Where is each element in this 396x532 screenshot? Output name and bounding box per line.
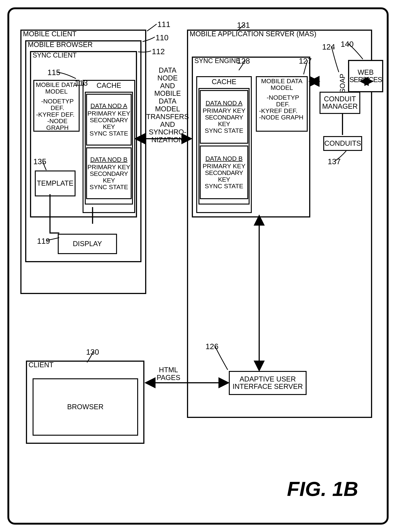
client-cache-label: CACHE (96, 82, 121, 90)
mas-label: MOBILE APPLICATION SERVER (MAS) (190, 30, 316, 38)
sync-connection-label: DATA NODE AND MOBILE DATA MODEL TRANSFER… (148, 67, 187, 144)
mas-mdm-box: MOBILE DATA MODEL -NODETYP DEF. -KYREF D… (256, 76, 308, 132)
client-mdm-box: MOBILE DATA MODEL -NODETYP DEF. -KYREF D… (33, 80, 80, 132)
sync-l3: DATA MODEL (148, 97, 187, 113)
mas-node-b-l3: SYNC STATE (205, 183, 243, 190)
web-l1: WEB (358, 69, 374, 76)
aui-server-box: ADAPTIVE USER INTERFACE SERVER (229, 371, 307, 395)
mas-node-a-t: DATA NOD A (205, 100, 242, 107)
aui-l2: INTERFACE SERVER (233, 383, 303, 390)
figure-title: FIG. 1B (287, 477, 358, 501)
html-connection-label: HTML PAGES (156, 366, 181, 382)
ref-111: 111 (157, 20, 170, 29)
sync-l4: TRANSFERS (146, 113, 189, 121)
mobile-client-label: MOBILE CLIENT (23, 30, 76, 38)
client-node-a: DATA NOD A PRIMARY KEY SECONDARY KEY SYN… (86, 94, 132, 146)
ref-112: 112 (152, 47, 165, 56)
sync-client-label: SYNC CLIENT (33, 51, 77, 59)
mas-node-b-l2: SECONDARY KEY (201, 170, 247, 183)
ref-135: 135 (33, 157, 46, 166)
ref-130: 130 (86, 348, 99, 357)
mas-node-a: DATA NOD A PRIMARY KEY SECONDARY KEY SYN… (200, 90, 248, 144)
aui-l1: ADAPTIVE USER (239, 376, 296, 383)
display-label: DISPLAY (73, 240, 102, 248)
ref-140: 140 (341, 40, 354, 49)
ref-110: 110 (156, 33, 169, 42)
conduit-mgr-l1: CONDUIT (324, 96, 356, 103)
client-mdm-title1: MOBILE DATA (36, 82, 77, 88)
mas-node-a-l2: SECONDARY KEY (201, 114, 247, 127)
client-cache-box: CACHE DATA NOD A PRIMARY KEY SECONDARY K… (82, 80, 135, 213)
conduits-label: CONDUITS (324, 140, 361, 147)
mas-node-b-l1: PRIMARY KEY (203, 163, 245, 170)
client-node-b-l1: PRIMARY KEY (87, 164, 130, 170)
client-box: CLIENT BROWSER (26, 361, 144, 444)
sync-l7: NIZATION (151, 136, 184, 144)
conduit-manager-box: CONDUIT MANAGER (320, 92, 360, 114)
mas-mdm-l1: -NODETYP DEF. (259, 94, 307, 108)
html-l2: PAGES (157, 374, 180, 382)
sync-engine-box: SYNC ENGINE CACHE DATA NOD A PRIMARY KEY… (192, 57, 310, 217)
client-node-b-l3: SYNC STATE (90, 184, 128, 191)
ref-119: 119 (37, 237, 50, 246)
web-l2: SERVICES (349, 76, 382, 84)
mas-cache-label: CACHE (212, 78, 236, 86)
client-node-b-l2: SECONDARY KEY (87, 170, 130, 184)
ref-137: 137 (328, 157, 341, 166)
ref-113: 113 (75, 79, 88, 87)
mas-node-a-l3: SYNC STATE (205, 127, 243, 134)
conduit-mgr-l2: MANAGER (322, 103, 358, 110)
conduits-box: CONDUITS (323, 136, 362, 151)
ref-124: 124 (322, 43, 335, 51)
mas-cache-inner: DATA NOD A PRIMARY KEY SECONDARY KEY SYN… (198, 88, 250, 204)
sync-engine-label: SYNC ENGINE (194, 57, 240, 65)
diagram-canvas: MOBILE CLIENT MOBILE BROWSER SYNC CLIENT… (7, 7, 389, 525)
display-box: DISPLAY (58, 234, 117, 254)
mas-node-a-l1: PRIMARY KEY (203, 108, 245, 114)
ref-115: 115 (47, 68, 60, 77)
sync-l5: AND (160, 121, 175, 129)
client-cache-inner: DATA NOD A PRIMARY KEY SECONDARY KEY SYN… (85, 92, 133, 204)
sync-l6: SYNCHRO- (149, 128, 186, 136)
ref-131: 131 (237, 21, 250, 30)
soap-l: SOAP (339, 74, 346, 93)
mas-mdm-l2: -KYREF DEF. (259, 108, 297, 114)
template-label: TEMPLATE (37, 180, 74, 187)
mobile-browser-box: MOBILE BROWSER SYNC CLIENT MOBILE DATA M… (25, 40, 141, 262)
client-node-a-l3: SYNC STATE (90, 130, 128, 137)
sync-l1: DATA NODE (148, 67, 187, 82)
template-box: TEMPLATE (35, 170, 76, 196)
mas-cache-box: CACHE DATA NOD A PRIMARY KEY SECONDARY K… (196, 76, 252, 213)
ref-128: 128 (237, 57, 250, 65)
client-node-b-t: DATA NOD B (90, 156, 128, 163)
ref-127: 127 (299, 57, 312, 65)
mas-node-b-t: DATA NOD B (205, 155, 243, 162)
client-node-b: DATA NOD B PRIMARY KEY SECONDARY KEY SYN… (86, 147, 132, 199)
ref-126: 126 (205, 342, 218, 351)
client-mdm-title2: MODEL (45, 88, 68, 95)
mas-node-b: DATA NOD B PRIMARY KEY SECONDARY KEY SYN… (200, 146, 248, 199)
client-mdm-l3: -NODE GRAPH (36, 118, 79, 131)
mobile-browser-label: MOBILE BROWSER (28, 41, 93, 49)
client-node-a-l2: SECONDARY KEY (87, 117, 130, 130)
client-browser-label: BROWSER (67, 403, 104, 411)
client-browser-box: BROWSER (33, 378, 138, 436)
soap-connection-label: SOAP (339, 74, 347, 93)
mas-mdm-t2: MODEL (271, 85, 293, 91)
client-mdm-l2: -KYREF DEF. (36, 111, 75, 118)
sync-client-box: SYNC CLIENT MOBILE DATA MODEL -NODETYP D… (30, 51, 137, 217)
client-node-a-l1: PRIMARY KEY (87, 110, 130, 117)
html-l1: HTML (159, 366, 178, 374)
web-services-box: WEB SERVICES (348, 60, 383, 92)
sync-l2: AND MOBILE (148, 82, 187, 98)
client-node-a-t: DATA NOD A (90, 103, 127, 109)
mas-mdm-t1: MOBILE DATA (261, 78, 303, 85)
mas-mdm-l3: -NODE GRAPH (259, 114, 303, 121)
client-title: CLIENT (29, 361, 53, 369)
client-mdm-l1: -NODETYP DEF. (36, 98, 79, 111)
